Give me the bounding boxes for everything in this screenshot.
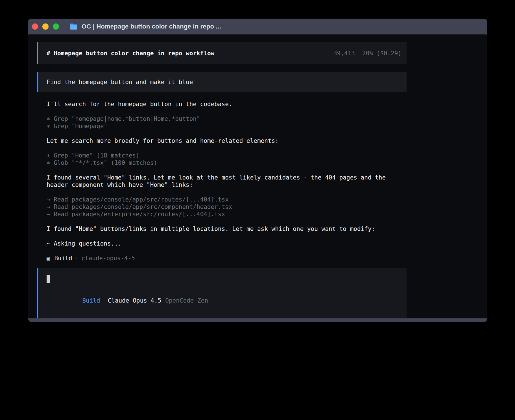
tool-call-grep: ∗ Grep "Homepage": [47, 123, 407, 130]
tool-call-glob: ∗ Glob "**/*.tsx" (100 matches): [47, 159, 407, 167]
tool-call-grep: ∗ Grep "Home" (18 matches): [47, 152, 407, 159]
minimize-button[interactable]: [42, 23, 49, 30]
tool-call-group: → Read packages/console/app/src/routes/[…: [47, 196, 407, 218]
user-message-text: Find the homepage button and make it blu…: [47, 78, 193, 86]
agent-icon: ▣: [47, 255, 50, 262]
assistant-text: Let me search more broadly for buttons a…: [47, 137, 407, 145]
close-button[interactable]: [32, 23, 38, 30]
agent-name: Build: [54, 255, 72, 262]
tool-call-group: ∗ Grep "homepage|home.*button|Home.*butt…: [47, 115, 407, 130]
terminal-body: # Homepage button color change in repo w…: [28, 34, 487, 318]
prompt-input[interactable]: BuildClaude Opus 4.5OpenCode Zen: [37, 268, 407, 318]
session-header: # Homepage button color change in repo w…: [37, 42, 407, 64]
tool-call-grep: ∗ Grep "homepage|home.*button|Home.*butt…: [47, 115, 407, 123]
provider-label: OpenCode Zen: [165, 297, 208, 304]
context-usage: 20% ($0.29): [362, 50, 401, 57]
session-title: # Homepage button color change in repo w…: [47, 50, 214, 57]
assistant-text: I found "Home" buttons/links in multiple…: [47, 225, 407, 233]
folder-icon: [69, 23, 78, 30]
user-message: Find the homepage button and make it blu…: [37, 72, 407, 92]
conversation: I'll search for the homepage button in t…: [37, 92, 407, 262]
window-title: OC | Homepage button color change in rep…: [82, 23, 221, 30]
agent-model: claude-opus-4-5: [81, 255, 135, 262]
model-label: Claude Opus 4.5: [108, 297, 162, 304]
tool-call-read: → Read packages/console/app/src/routes/[…: [47, 196, 407, 203]
assistant-text: I'll search for the homepage button in t…: [47, 100, 407, 108]
token-count: 39,413: [333, 50, 355, 57]
zoom-button[interactable]: [53, 23, 59, 30]
agent-attribution: ▣ Build · claude-opus-4-5: [47, 255, 407, 262]
title-bar: OC | Homepage button color change in rep…: [28, 19, 487, 34]
terminal-window: OC | Homepage button color change in rep…: [28, 19, 487, 322]
working-indicator: ~ Asking questions...: [47, 240, 407, 247]
tool-call-read: → Read packages/enterprise/src/routes/[.…: [47, 211, 407, 218]
agent-separator: ·: [75, 255, 79, 262]
tool-call-read: → Read packages/console/app/src/componen…: [47, 203, 407, 211]
tool-call-group: ∗ Grep "Home" (18 matches) ∗ Glob "**/*.…: [47, 152, 407, 167]
text-cursor: [47, 275, 50, 283]
mode-badge[interactable]: Build: [82, 297, 100, 304]
assistant-text: I found several "Home" links. Let me loo…: [47, 174, 407, 189]
